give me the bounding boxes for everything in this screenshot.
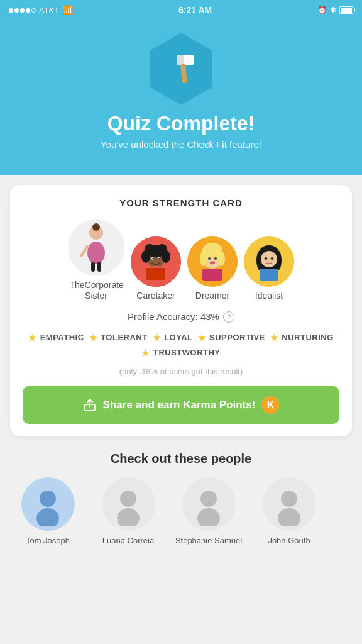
dreamer-label: Dreamer [195,291,229,301]
trait-supportive: ★ SUPPORTIVE [198,333,265,343]
svg-rect-41 [260,269,278,281]
caretaker-avatar [131,236,181,287]
caretaker-figure [131,236,181,287]
person-avatar-stephanie [182,477,236,531]
person-name-tom: Tom Joseph [26,536,70,545]
quiz-complete-title: Quiz Complete! [107,112,255,135]
strength-card-title: YOUR STRENGTH CARD [23,197,339,208]
person-item-john[interactable]: John Gouth [251,477,327,545]
star-icon-5: ★ [270,333,279,343]
rarity-text: (only .18% of users got this result) [23,367,339,376]
svg-line-6 [82,247,87,255]
trait-label-empathic: EMPATHIC [40,333,84,342]
hammer-icon [164,52,199,86]
svg-point-38 [261,251,277,267]
luana-avatar-figure [106,482,150,526]
star-icon-2: ★ [89,333,98,343]
star-icon-4: ★ [198,333,207,343]
person-item-stephanie[interactable]: Stephanie Samuel [171,477,246,545]
person-avatar-tom [21,477,75,531]
star-icon-3: ★ [153,333,162,343]
share-button-text: Share and earn Karma Points! [103,399,256,411]
person-avatar-luana [102,477,155,531]
caretaker-label: Caretaker [136,291,175,301]
person-name-john: John Gouth [268,536,310,545]
trait-label-trustworthy: TRUSTWORTHY [153,348,221,357]
bluetooth-icon: ✱ [330,6,336,14]
svg-rect-8 [97,262,101,272]
signal-dot-5 [31,8,36,13]
battery-icon [339,6,353,14]
alarm-icon: ⏰ [317,6,327,14]
svg-rect-1 [177,55,184,65]
corporate-sister-label: TheCorporate Sister [70,280,123,301]
person-item-luana[interactable]: Luana Correia [90,477,166,545]
karma-coin-icon: K [261,396,279,414]
strength-card: YOUR STRENGTH CARD [10,185,352,436]
trait-empathic: ★ EMPATHIC [28,333,84,343]
header-section: Quiz Complete! You've unlocked the Check… [0,20,362,175]
svg-rect-31 [202,269,222,281]
hexagon-shape [150,33,212,105]
unlock-subtitle: You've unlocked the Check Fit feature! [101,139,261,150]
trait-label-tolerant: TOLERANT [101,333,148,342]
time-display: 6:21 AM [178,5,212,15]
svg-point-50 [200,491,217,507]
dreamer-avatar [187,236,238,287]
svg-point-40 [271,257,274,260]
svg-point-19 [158,258,160,259]
person-name-stephanie: Stephanie Samuel [175,536,242,545]
svg-rect-30 [210,262,215,263]
trait-trustworthy: ★ TRUSTWORTHY [141,348,220,358]
svg-point-25 [200,251,207,266]
avatars-row: TheCorporate Sister [23,219,339,301]
svg-rect-2 [180,64,187,84]
corporate-sister-avatar [68,219,124,276]
idealist-avatar [244,236,294,287]
idealist-label: Idealist [255,291,283,301]
svg-point-47 [120,491,136,507]
signal-dot-1 [9,8,13,13]
main-content: YOUR STRENGTH CARD [0,175,362,565]
status-bar: AT&T 📶 6:21 AM ⏰ ✱ [0,0,362,20]
traits-container: ★ EMPATHIC ★ TOLERANT ★ LOYAL ★ SUPPORTI… [23,333,339,358]
signal-dot-3 [20,8,25,13]
svg-point-44 [40,491,56,507]
person-item-tom[interactable]: Tom Joseph [10,477,85,545]
carrier-label: AT&T [39,6,59,15]
status-left: AT&T 📶 [9,5,73,15]
profile-accuracy-row: Profile Accuracy: 43% ? [23,311,339,323]
signal-dot-4 [26,8,30,13]
idealist-figure [244,236,294,287]
share-button[interactable]: Share and earn Karma Points! K [23,386,339,424]
svg-rect-7 [91,262,95,272]
checkout-section: Check out these people Tom Joseph [10,449,352,555]
trait-tolerant: ★ TOLERANT [89,333,148,343]
svg-point-4 [92,223,100,231]
idealist-item: Idealist [244,236,294,301]
tom-avatar-figure [26,482,70,526]
share-icon [83,398,97,412]
star-icon-6: ★ [141,348,150,358]
trait-label-loyal: LOYAL [164,333,192,342]
status-right: ⏰ ✱ [317,6,353,14]
signal-dot-2 [14,8,19,13]
help-icon[interactable]: ? [223,311,234,323]
stephanie-avatar-figure [187,482,231,526]
corporate-sister-figure [74,223,118,273]
trait-label-nurturing: NURTURING [282,333,334,342]
svg-point-15 [157,244,167,254]
john-avatar-figure [267,482,311,526]
person-avatar-john [263,477,316,531]
person-name-luana: Luana Correia [102,536,154,545]
svg-rect-21 [146,268,165,280]
trait-label-supportive: SUPPORTIVE [209,333,265,342]
corporate-sister-item: TheCorporate Sister [68,219,124,301]
svg-point-26 [217,251,225,266]
dreamer-item: Dreamer [187,236,238,301]
caretaker-item: Caretaker [131,236,181,301]
svg-point-18 [152,258,153,259]
profile-accuracy-text: Profile Accuracy: 43% [128,311,219,322]
trait-loyal: ★ LOYAL [153,333,193,343]
checkout-title: Check out these people [10,452,352,466]
